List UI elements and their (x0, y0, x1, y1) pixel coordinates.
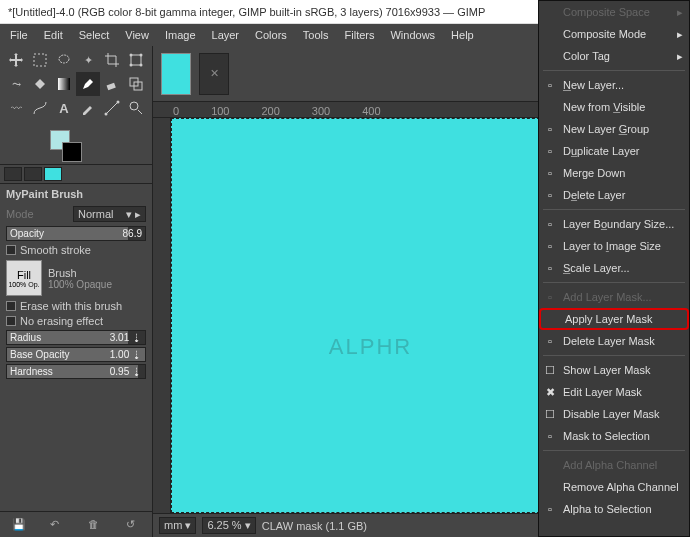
ctx-layer-to-image-size[interactable]: ▫Layer to Image Size (539, 235, 689, 257)
ctx-new-layer-[interactable]: ▫New Layer... (539, 74, 689, 96)
ctx-remove-alpha-channel[interactable]: Remove Alpha Channel (539, 476, 689, 498)
noerase-check[interactable]: No erasing effect (6, 315, 146, 327)
menu-item-label: Merge Down (563, 167, 625, 179)
tool-clone[interactable] (124, 72, 148, 96)
smooth-stroke-check[interactable]: Smooth stroke (6, 244, 146, 256)
ctx-mask-to-selection[interactable]: ▫Mask to Selection (539, 425, 689, 447)
menu-item-label: Edit Layer Mask (563, 386, 642, 398)
menu-colors[interactable]: Colors (247, 26, 295, 44)
left-dock: ✦ ⤳ 〰 A (0, 46, 153, 537)
tool-crop[interactable] (100, 48, 124, 72)
menu-windows[interactable]: Windows (382, 26, 443, 44)
menu-item-label: New from Visible (563, 101, 645, 113)
canvas[interactable]: ALPHR (171, 118, 570, 513)
menu-item-icon: ▫ (543, 334, 557, 348)
menu-item-label: Delete Layer Mask (563, 335, 655, 347)
menu-edit[interactable]: Edit (36, 26, 71, 44)
menu-view[interactable]: View (117, 26, 157, 44)
ctx-merge-down[interactable]: ▫Merge Down (539, 162, 689, 184)
erase-check[interactable]: Erase with this brush (6, 300, 146, 312)
unit-dropdown[interactable]: mm ▾ (159, 517, 196, 534)
checkbox-checked-icon: ✖ (543, 385, 557, 399)
ctx-layer-boundary-size-[interactable]: ▫Layer Boundary Size... (539, 213, 689, 235)
tool-path[interactable] (28, 96, 52, 120)
tool-transform[interactable] (124, 48, 148, 72)
baseopacity-slider[interactable]: Base Opacity1.00 ⭭ (6, 347, 146, 362)
tool-measure[interactable] (100, 96, 124, 120)
delete-preset-icon[interactable]: 🗑 (88, 518, 102, 532)
brush-name: 100% Opaque (48, 279, 146, 290)
radius-slider[interactable]: Radius3.01 ⭭ (6, 330, 146, 345)
menu-item-label: Remove Alpha Channel (563, 481, 679, 493)
dock-tab-3[interactable] (44, 167, 62, 181)
dock-tab-1[interactable] (4, 167, 22, 181)
mode-label: Mode (6, 208, 69, 220)
ctx-disable-layer-mask[interactable]: ☐Disable Layer Mask (539, 403, 689, 425)
image-tab-close[interactable]: ✕ (199, 53, 229, 95)
status-text: CLAW mask (1.1 GB) (262, 520, 367, 532)
hardness-slider[interactable]: Hardness0.95 ⭭ (6, 364, 146, 379)
restore-icon[interactable]: ↶ (50, 518, 64, 532)
tool-color-picker[interactable] (76, 96, 100, 120)
menu-item-label: Apply Layer Mask (565, 313, 652, 325)
menu-item-icon: ▫ (543, 290, 557, 304)
brush-preview[interactable]: Fill100% Op. (6, 260, 42, 296)
menu-tools[interactable]: Tools (295, 26, 337, 44)
menu-help[interactable]: Help (443, 26, 482, 44)
menu-item-label: Add Layer Mask... (563, 291, 652, 303)
menu-layer[interactable]: Layer (204, 26, 248, 44)
watermark: ALPHR (329, 334, 412, 360)
ctx-show-layer-mask[interactable]: ☐Show Layer Mask (539, 359, 689, 381)
svg-point-6 (140, 64, 143, 67)
tool-move[interactable] (4, 48, 28, 72)
tool-text[interactable]: A (52, 96, 76, 120)
menu-filters[interactable]: Filters (337, 26, 383, 44)
ruler-horizontal: 0100200300400 (153, 102, 578, 118)
tool-options-title: MyPaint Brush (6, 188, 146, 200)
background-swatch[interactable] (62, 142, 82, 162)
zoom-dropdown[interactable]: 6.25 % ▾ (202, 517, 255, 534)
menu-item-label: Duplicate Layer (563, 145, 639, 157)
menu-select[interactable]: Select (71, 26, 118, 44)
tool-smudge[interactable]: 〰 (4, 96, 28, 120)
opacity-slider[interactable]: Opacity86.9 (6, 226, 146, 241)
ctx-duplicate-layer[interactable]: ▫Duplicate Layer (539, 140, 689, 162)
ctx-add-alpha-channel: Add Alpha Channel (539, 454, 689, 476)
ctx-color-tag[interactable]: Color Tag▸ (539, 45, 689, 67)
tool-warp[interactable]: ⤳ (4, 72, 28, 96)
menu-item-label: Mask to Selection (563, 430, 650, 442)
tool-mypaint-brush[interactable] (76, 72, 100, 96)
svg-point-11 (105, 113, 108, 116)
menu-item-icon: ▫ (543, 188, 557, 202)
ctx-new-from-visible[interactable]: New from Visible (539, 96, 689, 118)
svg-point-13 (130, 102, 138, 110)
menu-file[interactable]: File (2, 26, 36, 44)
menu-item-icon: ▫ (543, 78, 557, 92)
dock-tab-2[interactable] (24, 167, 42, 181)
tool-fuzzy-select[interactable]: ✦ (76, 48, 100, 72)
ctx-composite-mode[interactable]: Composite Mode▸ (539, 23, 689, 45)
menu-item-label: Composite Mode (563, 28, 646, 40)
ctx-scale-layer-[interactable]: ▫Scale Layer... (539, 257, 689, 279)
color-swatches[interactable] (0, 128, 152, 164)
ruler-vertical (153, 118, 171, 513)
menu-image[interactable]: Image (157, 26, 204, 44)
ctx-alpha-to-selection[interactable]: ▫Alpha to Selection (539, 498, 689, 520)
tool-free-select[interactable] (52, 48, 76, 72)
menu-item-icon (543, 27, 557, 41)
tool-rect-select[interactable] (28, 48, 52, 72)
tool-eraser[interactable] (100, 72, 124, 96)
tool-gradient[interactable] (52, 72, 76, 96)
reset-icon[interactable]: ↺ (126, 518, 140, 532)
ctx-delete-layer-mask[interactable]: ▫Delete Layer Mask (539, 330, 689, 352)
ctx-edit-layer-mask[interactable]: ✖Edit Layer Mask (539, 381, 689, 403)
ctx-delete-layer[interactable]: ▫Delete Layer (539, 184, 689, 206)
ctx-apply-layer-mask[interactable]: Apply Layer Mask (539, 308, 689, 330)
save-preset-icon[interactable]: 💾 (12, 518, 26, 532)
tool-bucket[interactable] (28, 72, 52, 96)
mode-dropdown[interactable]: Normal▾ ▸ (73, 206, 146, 222)
menu-item-label: Alpha to Selection (563, 503, 652, 515)
image-tab-1[interactable] (161, 53, 191, 95)
ctx-new-layer-group[interactable]: ▫New Layer Group (539, 118, 689, 140)
tool-zoom[interactable] (124, 96, 148, 120)
